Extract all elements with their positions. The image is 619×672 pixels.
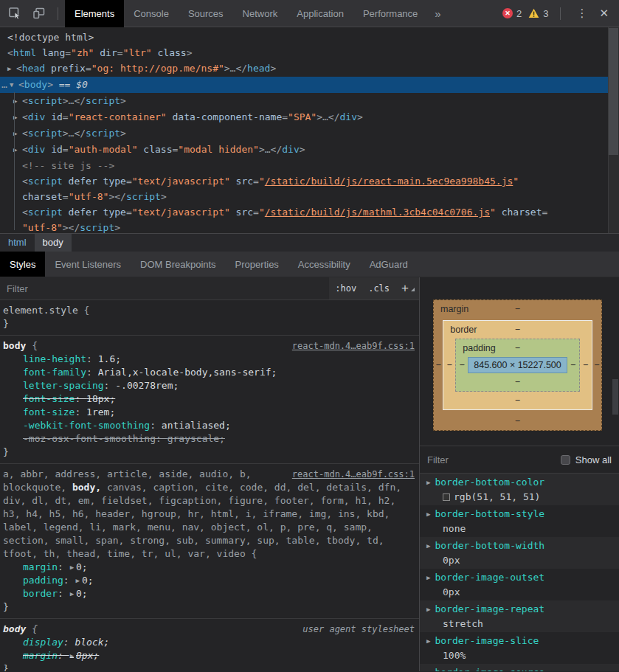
- dom-row-script-react-main[interactable]: <script defer type="text/javascript" src…: [0, 173, 608, 189]
- dom-scrollbar-thumb[interactable]: [609, 28, 618, 155]
- tab-console[interactable]: Console: [124, 0, 179, 27]
- padding-left-value[interactable]: −: [456, 360, 468, 370]
- dom-row-script-mathml-cont[interactable]: "utf-8"></script>: [0, 220, 608, 233]
- dom-row-script[interactable]: ▶<script>…</script>: [0, 125, 608, 142]
- expand-arrow-icon[interactable]: ▶: [426, 542, 430, 550]
- border-right-value[interactable]: −: [580, 360, 592, 370]
- sidebar-tab-properties[interactable]: Properties: [226, 252, 288, 277]
- box-model-content[interactable]: 845.600 × 15227.500: [468, 357, 567, 373]
- computed-property[interactable]: ▶border-bottom-width0px: [420, 537, 619, 569]
- sidebar-scrollbar-thumb[interactable]: [612, 379, 618, 415]
- show-all-checkbox[interactable]: [561, 455, 570, 465]
- css-property[interactable]: -webkit-font-smoothing: antialiased;: [3, 419, 415, 432]
- padding-top-value[interactable]: −: [515, 343, 520, 353]
- css-property[interactable]: display: block;: [3, 636, 415, 649]
- expand-arrow-icon[interactable]: ▶: [426, 574, 430, 581]
- css-property[interactable]: line-height: 1.6;: [3, 353, 415, 366]
- breadcrumb-body[interactable]: body: [35, 234, 72, 252]
- padding-right-value[interactable]: −: [567, 360, 579, 370]
- computed-property[interactable]: ▶border-image-source: [420, 664, 619, 671]
- padding-bottom-value[interactable]: −: [515, 377, 520, 387]
- expand-value-icon[interactable]: ▶: [70, 564, 74, 571]
- rule-selector[interactable]: react-mdn.4…eab9f.css:1body {: [3, 339, 415, 353]
- css-property[interactable]: border: ▶0;: [3, 587, 415, 600]
- css-property[interactable]: margin: ▶0;: [3, 561, 415, 574]
- more-options-icon[interactable]: ⋮: [567, 7, 596, 20]
- tab-network[interactable]: Network: [233, 0, 288, 27]
- dom-row-html[interactable]: <html lang="zh" dir="ltr" class>: [0, 45, 608, 60]
- dom-row-doctype[interactable]: <!doctype html>: [0, 30, 608, 45]
- css-property[interactable]: font-size: 18px;: [3, 392, 415, 406]
- computed-property[interactable]: ▶border-image-outset0px: [420, 569, 619, 600]
- computed-property[interactable]: ▶border-image-slice100%: [420, 632, 619, 664]
- warning-count[interactable]: 3: [543, 8, 548, 19]
- stylesheet-source-link[interactable]: react-mdn.4…eab9f.css:1: [292, 468, 415, 481]
- computed-property-name[interactable]: ▶border-image-slice: [426, 634, 619, 648]
- new-style-rule-button[interactable]: +: [395, 281, 419, 296]
- tab-elements[interactable]: Elements: [65, 0, 124, 27]
- sidebar-tab-styles[interactable]: Styles: [0, 252, 45, 277]
- computed-property-name[interactable]: ▶border-image-repeat: [426, 602, 619, 617]
- rule-selector[interactable]: react-mdn.4…eab9f.css:1a, abbr, address,…: [3, 468, 415, 561]
- show-all-toggle[interactable]: Show all: [561, 454, 612, 465]
- css-property[interactable]: font-family: Arial,x-locale-body,sans-se…: [3, 366, 415, 379]
- computed-property-name[interactable]: ▶border-image-source: [426, 665, 619, 671]
- css-property[interactable]: padding: ▶0;: [3, 574, 415, 587]
- margin-left-value[interactable]: −: [434, 360, 443, 370]
- dom-row-comment[interactable]: <!-- site js -->: [0, 158, 608, 173]
- toggle-hover-state-button[interactable]: :hov: [329, 283, 362, 294]
- more-panels-icon[interactable]: »: [427, 0, 448, 27]
- tab-performance[interactable]: Performance: [353, 0, 427, 27]
- tab-sources[interactable]: Sources: [179, 0, 233, 27]
- dom-row-script[interactable]: ▶<script>…</script>: [0, 93, 608, 109]
- close-icon[interactable]: ✕: [596, 7, 619, 20]
- computed-property-name[interactable]: ▶border-bottom-width: [426, 538, 619, 553]
- inspect-element-icon[interactable]: [5, 4, 24, 23]
- tab-application[interactable]: Application: [287, 0, 353, 27]
- rule-selector[interactable]: user agent stylesheetbody {: [3, 623, 415, 636]
- styles-filter-input[interactable]: [0, 277, 329, 299]
- margin-top-value[interactable]: −: [515, 304, 520, 314]
- sidebar-tab-dom-breakpoints[interactable]: DOM Breakpoints: [131, 252, 226, 277]
- computed-property[interactable]: ▶border-image-repeatstretch: [420, 600, 619, 632]
- expand-value-icon[interactable]: ▶: [70, 590, 74, 597]
- computed-property-name[interactable]: ▶border-bottom-color: [426, 475, 619, 490]
- computed-property[interactable]: ▶border-bottom-stylenone: [420, 505, 619, 537]
- expand-value-icon[interactable]: ▶: [70, 652, 74, 659]
- css-property[interactable]: margin: ▶8px;: [3, 649, 415, 662]
- breadcrumb-html[interactable]: html: [0, 234, 35, 252]
- computed-property-name[interactable]: ▶border-image-outset: [426, 570, 619, 585]
- expand-arrow-icon[interactable]: ▶: [426, 606, 430, 613]
- error-badge-icon[interactable]: ✕: [502, 8, 513, 18]
- dom-row-script-react-main-cont[interactable]: charset="utf-8"></script>: [0, 189, 608, 204]
- dom-row-react-container[interactable]: ▶<div id="react-container" data-componen…: [0, 109, 608, 125]
- sidebar-tab-adguard[interactable]: AdGuard: [360, 252, 418, 277]
- expand-arrow-icon[interactable]: ▶: [426, 510, 430, 518]
- device-toolbar-icon[interactable]: [30, 4, 49, 23]
- dom-row-auth-modal[interactable]: ▶<div id="auth-modal" class="modal hidde…: [0, 142, 608, 158]
- box-model-border[interactable]: border − − padding: [443, 320, 592, 410]
- box-model-margin[interactable]: margin − − border − −: [433, 299, 602, 431]
- margin-bottom-value[interactable]: −: [515, 416, 520, 426]
- rule-selector[interactable]: element.style {: [3, 304, 415, 317]
- border-top-value[interactable]: −: [515, 325, 520, 335]
- margin-right-value[interactable]: −: [592, 360, 601, 370]
- expand-arrow-icon[interactable]: ▶: [426, 669, 430, 671]
- expand-arrow-icon[interactable]: ▶: [7, 61, 16, 77]
- dom-row-script-mathml[interactable]: <script defer type="text/javascript" src…: [0, 204, 608, 220]
- expand-arrow-icon[interactable]: ▶: [426, 637, 430, 645]
- sidebar-tab-accessibility[interactable]: Accessibility: [288, 252, 360, 277]
- resource-link[interactable]: /static/build/js/react-main.5ec9ea998b45…: [265, 176, 513, 187]
- computed-filter-input[interactable]: [427, 454, 561, 465]
- expand-value-icon[interactable]: ▶: [75, 577, 79, 584]
- css-property[interactable]: letter-spacing: -.00278rem;: [3, 379, 415, 392]
- dom-scrollbar-track[interactable]: [608, 27, 619, 233]
- css-property[interactable]: font-size: 1rem;: [3, 406, 415, 419]
- collapse-arrow-icon[interactable]: ▼: [10, 77, 18, 93]
- box-model-padding[interactable]: padding − − 845.600 × 15227.500 −: [455, 339, 580, 392]
- resource-link[interactable]: /static/build/js/mathml.3cb4c04c0706.js: [265, 207, 490, 218]
- computed-property[interactable]: ▶border-bottom-colorrgb(51, 51, 51): [420, 474, 619, 505]
- expand-arrow-icon[interactable]: ▶: [426, 479, 430, 486]
- sidebar-tab-event-listeners[interactable]: Event Listeners: [45, 252, 131, 277]
- css-property[interactable]: -moz-osx-font-smoothing: grayscale;: [3, 432, 415, 446]
